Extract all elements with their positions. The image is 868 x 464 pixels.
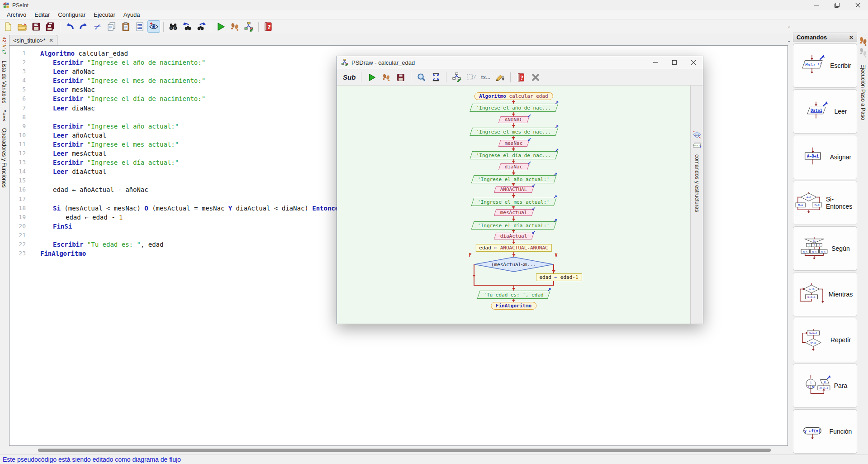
command-repetir[interactable]: N←N+1 N=10 Repetir — [793, 318, 857, 362]
menu-archivo[interactable]: Archivo — [3, 11, 30, 18]
save-all-button[interactable] — [44, 20, 57, 33]
flow-input-node[interactable]: diaActual↙ — [495, 233, 533, 239]
commands-panel-close-icon[interactable]: ✕ — [849, 34, 854, 41]
command-mientras[interactable]: N<10 N←N+1 Mientras — [793, 272, 857, 316]
subprocess-button[interactable]: Sub — [342, 71, 357, 83]
sidebar-item-operadores-y-funciones[interactable]: Operadores y Funciones — [1, 128, 7, 187]
pencil-export-button[interactable] — [494, 71, 506, 83]
redo-button[interactable] — [77, 20, 90, 33]
paste-button[interactable] — [119, 20, 132, 33]
command-leer[interactable]: Dato1 Leer — [793, 89, 857, 134]
command-si-entonces[interactable]: A>B M←A M←B Si-Entonces — [793, 181, 857, 225]
svg-text:M←A: M←A — [798, 204, 803, 206]
flow-output-node[interactable]: 'Ingrese el año de nac...↗ — [471, 104, 557, 112]
arrowhead-icon — [512, 183, 515, 187]
command-funcion[interactable]: y ←f(x) Función — [793, 409, 857, 454]
flow-input-node[interactable]: diaNac↙ — [499, 163, 528, 170]
flow-process-node[interactable]: edad ← AÑOACTUAL-AÑONAC — [475, 244, 551, 252]
sidebar-item-ejecucion-paso-a-paso[interactable]: Ejecución Paso a Paso — [860, 64, 866, 120]
flow-process-node[interactable]: edad ← edad-1 — [536, 273, 582, 281]
menu-ejecutar[interactable]: Ejecutar — [90, 11, 119, 18]
command-segun[interactable]: sw 1 2 3 N←A N←A N←A Según — [793, 226, 857, 271]
operators-icon[interactable]: *+=< — [1, 110, 7, 122]
flow-start-node[interactable]: Algoritmo calcular_edad — [474, 92, 553, 100]
repetir-icon: N←N+1 N=10 — [799, 329, 827, 351]
psdraw-step-button[interactable] — [380, 71, 392, 83]
psdraw-maximize-button[interactable] — [665, 56, 684, 69]
commands-panel: Comandos ✕ 'Hola !' Escribir Dato1 Leer — [793, 33, 857, 454]
psdraw-help-button[interactable]: ? — [515, 71, 527, 83]
svg-text:y ←f(x): y ←f(x) — [804, 429, 820, 433]
flow-input-node[interactable]: AÑOACTUAL↙ — [495, 186, 533, 193]
run-button[interactable] — [214, 20, 227, 33]
new-file-button[interactable] — [2, 20, 14, 33]
flow-output-node[interactable]: 'Ingrese el día de nac...↗ — [471, 151, 557, 159]
flow-input-node[interactable]: AÑONAC↙ — [499, 116, 528, 123]
psdraw-title: PSDraw - calcular_edad — [351, 59, 415, 66]
tab-sin-titulo[interactable]: <sin_titulo>* ✕ — [9, 35, 57, 45]
fit-view-button[interactable] — [430, 71, 442, 83]
variables-icon[interactable]: 42'A'¿? — [2, 37, 6, 54]
help-button[interactable]: ? — [262, 20, 275, 33]
menu-ayuda[interactable]: Ayuda — [119, 11, 144, 18]
cut-button[interactable]: ✂ — [91, 20, 104, 33]
horizontal-scrollbar[interactable] — [9, 447, 788, 453]
psdraw-save-button[interactable] — [394, 71, 407, 83]
undo-button[interactable] — [63, 20, 76, 33]
draw-flowchart-button[interactable] — [242, 20, 255, 33]
flowchart-canvas[interactable]: Algoritmo calcular_edad 'Ingrese el año … — [337, 86, 690, 324]
run-step-button[interactable] — [228, 20, 241, 33]
command-escribir[interactable]: 'Hola !' Escribir — [793, 43, 857, 88]
format-code-button[interactable] — [133, 20, 146, 33]
psdraw-close-tool-button[interactable] — [529, 71, 541, 83]
flow-input-node[interactable]: mesActual↙ — [495, 209, 533, 216]
svg-text:M←B: M←B — [815, 204, 820, 206]
frame-button[interactable]: // — [465, 71, 477, 83]
psdraw-title-bar[interactable]: PSDraw - calcular_edad — [337, 56, 703, 69]
flow-output-node[interactable]: 'Ingrese el mes actual:'↗ — [472, 198, 555, 206]
footsteps-icon — [382, 73, 391, 82]
menu-editar[interactable]: Editar — [30, 11, 54, 18]
save-icon — [31, 22, 41, 32]
close-button[interactable] — [847, 0, 868, 10]
command-asignar[interactable]: A←B+i Asignar — [793, 135, 857, 179]
psdraw-minimize-button[interactable] — [646, 56, 665, 69]
commands-structures-tab[interactable]: A>B 'Hola !' comandos y estructuras — [690, 86, 703, 324]
tab-close-icon[interactable]: ✕ — [49, 38, 53, 43]
flow-output-node[interactable]: 'Ingrese el mes de nac...↗ — [471, 128, 557, 136]
svg-text:N←A: N←A — [812, 250, 817, 253]
verify-syntax-button[interactable] — [147, 20, 160, 33]
copy-button[interactable] — [105, 20, 118, 33]
arrowhead-icon — [512, 137, 516, 141]
svg-text:N←A: N←A — [803, 250, 808, 253]
cursor-arrow-icon: ↗ — [555, 100, 559, 106]
command-para[interactable]: i 1 N B A[i]←B Para — [793, 364, 857, 408]
zoom-button[interactable] — [415, 71, 427, 83]
command-label: Función — [830, 428, 852, 435]
maximize-button[interactable] — [826, 0, 847, 10]
flow-output-node[interactable]: 'Ingrese el día actual:'↗ — [472, 221, 555, 230]
arrowhead-icon — [512, 101, 515, 105]
psdraw-run-button[interactable] — [365, 71, 378, 83]
scrollbar-thumb[interactable] — [38, 449, 771, 452]
find-next-button[interactable] — [195, 20, 208, 33]
arrowhead-icon — [512, 219, 515, 223]
minimize-button[interactable] — [806, 0, 826, 10]
flow-end-node[interactable]: FinAlgoritmo — [491, 302, 536, 310]
text-options-button[interactable]: tx... — [479, 71, 492, 83]
step-execution-footsteps-icon[interactable] — [859, 36, 867, 60]
psdraw-close-button[interactable] — [684, 56, 703, 69]
flow-output-node[interactable]: 'Ingrese el año actual:'↗ — [472, 175, 555, 183]
menu-configurar[interactable]: Configurar — [54, 11, 90, 18]
svg-text:N←N+1: N←N+1 — [809, 332, 817, 335]
find-previous-button[interactable] — [181, 20, 194, 33]
sidebar-item-lista-de-variables[interactable]: Lista de Variables — [1, 61, 7, 104]
find-button[interactable] — [167, 20, 180, 33]
save-button[interactable] — [30, 20, 43, 33]
flow-output-node[interactable]: 'Tu edad es: ', edad↗ — [478, 291, 549, 299]
flow-input-node[interactable]: mesNac↙ — [499, 140, 528, 147]
flow-decision-node[interactable]: (mesActual<m... F V — [474, 257, 554, 272]
open-file-button[interactable] — [16, 20, 28, 33]
toolbar-overflow-chevron-icon[interactable]: ⌄ — [787, 24, 791, 29]
edit-flowchart-button[interactable] — [451, 71, 463, 83]
